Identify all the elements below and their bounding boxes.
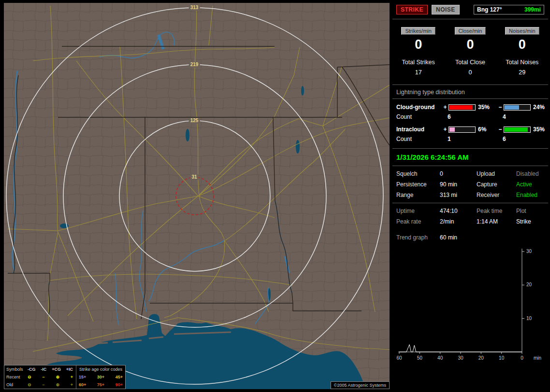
total-close-label: Total Close [444,59,496,66]
cg-negative-pct: 24% [531,104,549,111]
recent-pos-ic-icon: + [71,375,73,379]
legend-age-header: Strike age color codes [79,367,123,372]
svg-text:10: 10 [526,316,532,321]
rate-boxes: Strikes/min 0 Close/min 0 Noises/min 0 [392,27,548,52]
ic-positive-pct: 6% [476,126,497,133]
svg-text:30: 30 [458,355,463,361]
lightning-map[interactable]: 313 219 125 31 Symbols Recent Old -CG -I… [4,3,390,389]
legend-col-neg-ic: -IC [41,367,46,372]
ic-negative-bar [504,126,531,133]
svg-text:0: 0 [521,355,523,361]
map-canvas [4,3,390,389]
svg-text:60: 60 [396,355,402,361]
old-pos-ic-icon: + [71,382,73,387]
trend-graph-window: 60 min [440,234,544,241]
age-60: 60+ [79,382,86,387]
legend-old-label: Old [6,382,28,387]
close-per-min-button[interactable]: Close/min [455,27,486,35]
total-noises-value: 29 [496,69,548,76]
ic-negative-count: 6 [497,136,550,142]
plot-label: Plot [516,208,544,214]
old-pos-cg-icon: ⊕ [56,382,59,387]
indicator-bar: STRIKE NOISE Bng 127° 399mi [392,0,548,19]
plot-value: Strike [516,218,544,225]
status-grid: Uptime 474:10 Peak time Plot Peak rate 2… [392,203,548,229]
ic-positive-bar [449,126,476,133]
age-30: 30+ [97,375,104,379]
range-label: Range [396,192,440,198]
peak-rate-label: Peak rate [396,218,440,225]
total-close-value: 0 [444,69,496,76]
recent-neg-cg-icon: ⊖ [28,375,31,379]
copyright-notice: ©2005 Astrogenic Systems [331,381,390,389]
old-neg-cg-icon: ⊖ [28,382,31,387]
lightning-type-distribution: Cloud-ground + 35% − 24% Count 6 4 Intra… [392,99,548,142]
map-legend: Symbols Recent Old -CG -IC +CG +IC ⊖ − ⊕… [4,365,126,389]
capture-status: Active [516,181,544,188]
recent-pos-cg-icon: ⊕ [56,375,59,379]
totals-row: Total Strikes 17 Total Close 0 Total Noi… [392,59,548,76]
ring-label-219: 219 [189,62,200,68]
uptime-value: 474:10 [440,208,477,214]
total-strikes-label: Total Strikes [392,59,444,66]
svg-text:50: 50 [417,355,423,361]
svg-text:30: 30 [526,249,532,254]
receiver-label: Receiver [477,192,516,198]
cg-count-label: Count [396,113,442,120]
cg-negative-count: 4 [497,113,550,120]
bearing-range-value: 399mi [524,6,541,13]
persistence-label: Persistence [396,181,440,188]
ring-label-125: 125 [189,118,200,124]
bearing-display[interactable]: Bng 127° 399mi [474,5,544,14]
distribution-title: Lightning type distribution [392,85,548,98]
squelch-label: Squelch [396,170,440,177]
age-15: 15+ [79,375,86,379]
trend-graph-label: Trend graph [396,234,440,241]
svg-text:40: 40 [437,355,443,361]
ring-label-31: 31 [190,174,198,180]
cloud-ground-label: Cloud-ground [396,104,442,111]
intracloud-label: Intracloud [396,126,442,133]
close-per-min-value: 0 [444,37,496,52]
old-neg-ic-icon: − [42,382,44,387]
upload-label: Upload [477,170,516,177]
trend-graph: 1020306050403020100min [395,244,543,365]
cg-positive-pct: 35% [476,104,497,111]
strikes-per-min-button[interactable]: Strikes/min [401,27,435,35]
datetime-display: 1/31/2026 6:24:56 AM [392,149,548,166]
range-value: 313 mi [440,192,477,198]
svg-text:10: 10 [499,355,505,361]
minus-sign: − [497,104,504,111]
trend-graph-row: Trend graph 60 min [392,229,548,241]
total-strikes-value: 17 [392,69,444,76]
noises-per-min-button[interactable]: Noises/min [505,27,539,35]
age-90: 90+ [116,382,123,387]
noises-per-min-value: 0 [496,37,548,52]
minus-sign: − [497,126,504,133]
uptime-label: Uptime [396,208,440,214]
legend-col-neg-cg: -CG [28,367,36,372]
age-75: 75+ [97,382,104,387]
legend-col-pos-ic: +IC [66,367,73,372]
settings-grid: Squelch 0 Upload Disabled Persistence 90… [392,166,548,203]
legend-symbols-header: Symbols [6,367,28,372]
ic-count-label: Count [396,136,442,142]
persistence-value: 90 min [440,181,477,188]
bearing-value: Bng 127° [477,6,502,13]
legend-recent-label: Recent [6,375,28,379]
cg-positive-bar [449,104,476,111]
squelch-value: 0 [440,170,477,177]
control-panel: STRIKE NOISE Bng 127° 399mi Strikes/min … [392,0,548,392]
strike-indicator[interactable]: STRIKE [396,5,428,14]
strikes-per-min-value: 0 [392,37,444,52]
ic-positive-count: 1 [442,136,497,142]
ring-label-313: 313 [189,5,200,11]
peak-rate-value: 2/min [440,218,477,225]
plus-sign: + [442,104,449,111]
noise-indicator[interactable]: NOISE [432,5,460,14]
cg-negative-bar [504,104,531,111]
upload-status: Disabled [516,170,544,177]
capture-label: Capture [477,181,516,188]
svg-text:min: min [534,355,541,361]
age-45: 45+ [116,375,123,379]
